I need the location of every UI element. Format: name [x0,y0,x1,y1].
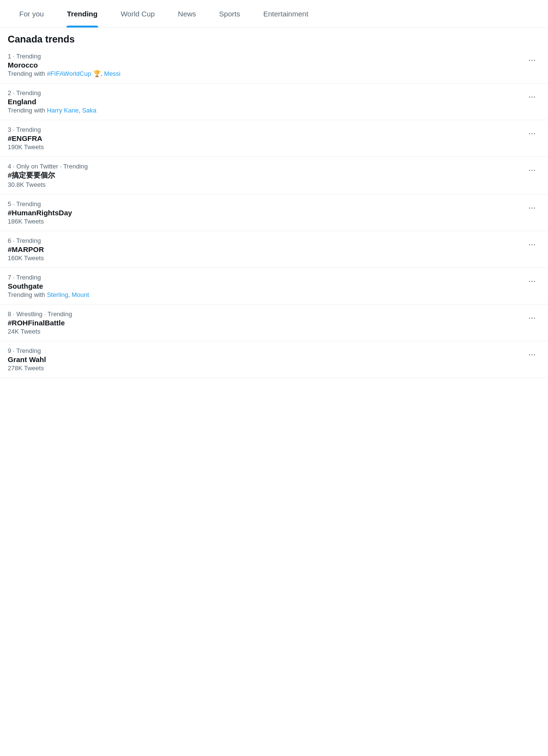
trend-subtitle: Trending with Sterling, Mount [8,291,524,298]
trend-content: 4 · Only on Twitter · Trending#搞定要要個尔30.… [8,163,524,188]
trend-more-button[interactable]: ··· [524,162,540,178]
trend-content: 1 · TrendingMoroccoTrending with #FIFAWo… [8,53,524,77]
trend-name: #HumanRightsDay [8,209,524,217]
trend-item[interactable]: 2 · TrendingEnglandTrending with Harry K… [0,84,548,120]
nav-tab-world-cup[interactable]: World Cup [109,0,166,28]
trend-item[interactable]: 7 · TrendingSouthgateTrending with Sterl… [0,268,548,305]
trend-content: 5 · Trending#HumanRightsDay186K Tweets [8,200,524,225]
trend-meta: 2 · Trending [8,89,524,97]
trend-item[interactable]: 3 · Trending#ENGFRA190K Tweets··· [0,120,548,157]
trends-list: 1 · TrendingMoroccoTrending with #FIFAWo… [0,47,548,378]
trend-more-button[interactable]: ··· [524,125,540,141]
trend-link[interactable]: Saka [82,107,96,114]
trend-content: 9 · TrendingGrant Wahl278K Tweets [8,347,524,372]
trend-item[interactable]: 5 · Trending#HumanRightsDay186K Tweets··… [0,195,548,231]
trend-more-button[interactable]: ··· [524,309,540,326]
trend-item[interactable]: 9 · TrendingGrant Wahl278K Tweets··· [0,341,548,378]
trend-meta: 8 · Wrestling · Trending [8,310,524,318]
trend-name: Southgate [8,282,524,290]
trend-meta: 4 · Only on Twitter · Trending [8,163,524,170]
trend-item[interactable]: 6 · Trending#MARPOR160K Tweets··· [0,231,548,268]
trend-meta: 5 · Trending [8,200,524,208]
trend-content: 6 · Trending#MARPOR160K Tweets [8,237,524,262]
nav-tab-trending[interactable]: Trending [55,0,109,28]
trend-tweet-count: 30.8K Tweets [8,181,524,188]
trend-more-button[interactable]: ··· [524,52,540,68]
trend-tweet-count: 160K Tweets [8,254,524,262]
trend-name: Grant Wahl [8,355,524,364]
trend-item[interactable]: 4 · Only on Twitter · Trending#搞定要要個尔30.… [0,157,548,195]
trend-tweet-count: 186K Tweets [8,218,524,225]
trend-meta: 7 · Trending [8,274,524,281]
nav-tabs: For youTrendingWorld CupNewsSportsEntert… [0,0,548,28]
trend-name: #ENGFRA [8,134,524,142]
trend-tweet-count: 190K Tweets [8,143,524,151]
trend-subtitle: Trending with #FIFAWorldCup 🏆, Messi [8,70,524,77]
trend-name: #MARPOR [8,245,524,253]
trophy-icon: 🏆 [91,70,101,77]
trend-name: #ROHFinalBattle [8,319,524,327]
trend-content: 2 · TrendingEnglandTrending with Harry K… [8,89,524,114]
trend-item[interactable]: 1 · TrendingMoroccoTrending with #FIFAWo… [0,47,548,84]
trend-meta: 9 · Trending [8,347,524,354]
trend-meta: 6 · Trending [8,237,524,244]
trend-meta: 3 · Trending [8,126,524,133]
trend-link[interactable]: Messi [104,70,121,77]
trend-name: Morocco [8,61,524,69]
nav-tab-news[interactable]: News [166,0,208,28]
trend-more-button[interactable]: ··· [524,236,540,252]
nav-tab-sports[interactable]: Sports [207,0,251,28]
trend-more-button[interactable]: ··· [524,88,540,105]
trend-link[interactable]: Sterling [47,291,68,298]
trend-name: England [8,98,524,106]
nav-tab-entertainment[interactable]: Entertainment [252,0,320,28]
trend-content: 8 · Wrestling · Trending#ROHFinalBattle2… [8,310,524,335]
page-title: Canada trends [0,28,548,47]
trend-content: 3 · Trending#ENGFRA190K Tweets [8,126,524,151]
trend-link[interactable]: Mount [71,291,89,298]
trend-meta: 1 · Trending [8,53,524,60]
trend-more-button[interactable]: ··· [524,273,540,289]
trend-link[interactable]: #FIFAWorldCup [47,70,91,77]
nav-tab-for-you[interactable]: For you [8,0,55,28]
trend-tweet-count: 278K Tweets [8,364,524,372]
trend-item[interactable]: 8 · Wrestling · Trending#ROHFinalBattle2… [0,305,548,341]
trend-tweet-count: 24K Tweets [8,328,524,335]
trend-subtitle: Trending with Harry Kane, Saka [8,107,524,114]
trend-more-button[interactable]: ··· [524,346,540,363]
trend-name: #搞定要要個尔 [8,171,524,180]
trend-more-button[interactable]: ··· [524,199,540,216]
trend-content: 7 · TrendingSouthgateTrending with Sterl… [8,274,524,298]
trend-link[interactable]: Harry Kane [47,107,79,114]
